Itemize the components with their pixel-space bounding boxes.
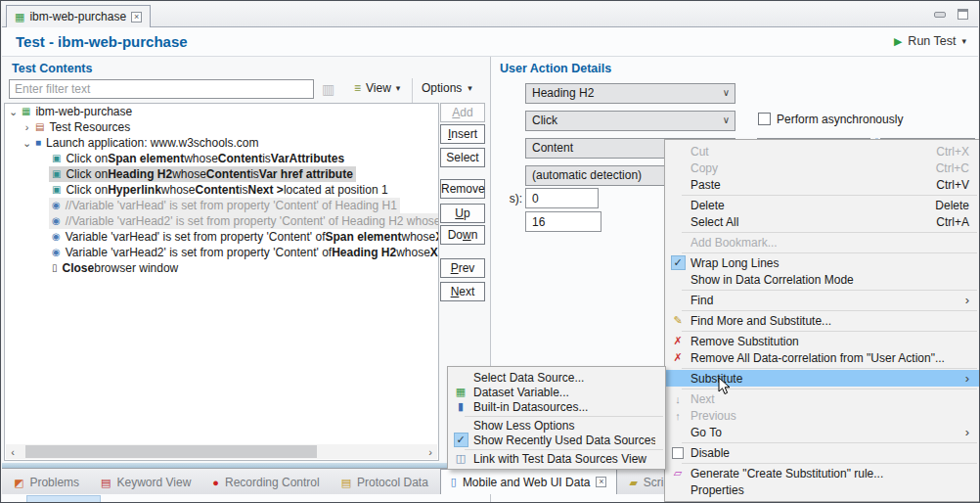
context-menu-item-paste[interactable]: PasteCtrl+V xyxy=(665,176,979,193)
test-step-body[interactable]: ▣Click on Span element whose Content is … xyxy=(49,151,347,166)
menu-item-label: Dataset Variable... xyxy=(473,386,655,399)
options-label: Options xyxy=(422,81,462,95)
remove-button[interactable]: Remove xyxy=(440,179,485,199)
maximize-icon[interactable] xyxy=(958,9,968,20)
context-menu-item-substitute[interactable]: Substitute› xyxy=(665,370,979,387)
submenu-arrow-icon: › xyxy=(965,428,969,437)
secondary-number-field[interactable] xyxy=(525,211,601,232)
submenu-item-select-data-source[interactable]: Select Data Source... xyxy=(448,370,665,385)
test-step-row[interactable]: ◉//Variable 'varHead2' is set from prope… xyxy=(5,213,438,229)
view-tab-keyword-view[interactable]: ▤Keyword View xyxy=(91,471,200,494)
context-menu-separator xyxy=(682,442,977,443)
application-icon: ■ xyxy=(35,135,41,151)
test-step-body[interactable]: ▣Click on Heading H2 whose Content is Va… xyxy=(49,166,356,182)
twisty-expanded-icon[interactable]: ⌄ xyxy=(8,104,19,119)
view-tab-protocol-data[interactable]: ▤Protocol Data xyxy=(332,471,438,494)
variable-icon: ◉ xyxy=(52,213,61,229)
run-test-dropdown-icon[interactable]: ▾ xyxy=(961,36,966,46)
test-step-row[interactable]: ›▤Test Resources xyxy=(5,119,438,135)
select-button[interactable]: Select xyxy=(440,148,485,167)
scrollbar-thumb[interactable] xyxy=(25,445,317,458)
test-step-body[interactable]: ◉Variable 'varHead' is set from property… xyxy=(49,229,439,245)
submenu-item-show-less-options[interactable]: Show Less Options xyxy=(448,418,665,433)
test-step-row[interactable]: ▣Click on Heading H2 whose Content is Va… xyxy=(5,166,438,182)
context-menu-item-wrap-long-lines[interactable]: ✓Wrap Long Lines xyxy=(665,254,979,271)
tab-close-icon[interactable]: × xyxy=(131,12,142,23)
user-action-details-header: User Action Details xyxy=(500,62,611,75)
view-tab-mobile-and-web-ui-data[interactable]: ▯Mobile and Web UI Data× xyxy=(440,469,618,494)
next-button[interactable]: Next xyxy=(440,282,485,301)
scroll-left-icon[interactable]: ‹ xyxy=(6,446,20,458)
action-select[interactable]: Click ∨ xyxy=(525,111,735,131)
previous-arrow-icon: ↑ xyxy=(675,410,681,422)
test-step-row[interactable]: ◉//Variable 'varHead' is set from proper… xyxy=(5,198,438,213)
scroll-right-icon[interactable]: › xyxy=(423,446,437,458)
test-step-row[interactable]: ◉Variable 'varHead' is set from property… xyxy=(5,229,438,245)
test-step-body[interactable]: ▤Test Resources xyxy=(32,119,133,135)
next-arrow-icon: ↓ xyxy=(675,393,681,405)
view-tab-label: Protocol Data xyxy=(357,476,428,489)
test-step-row[interactable]: ▣Click on Span element whose Content is … xyxy=(5,151,438,166)
view-menu-button[interactable]: ≡ View ▾ xyxy=(354,81,400,95)
checkbox-unchecked-icon[interactable] xyxy=(672,447,684,459)
options-menu-button[interactable]: Options ▾ xyxy=(422,81,472,95)
test-step-body[interactable]: ◉//Variable 'varHead' is set from proper… xyxy=(49,198,400,213)
down-button[interactable]: Down xyxy=(440,225,485,245)
scrollbar-track[interactable] xyxy=(20,445,423,458)
submenu-separator xyxy=(465,416,663,417)
filter-input[interactable] xyxy=(9,79,314,99)
context-menu-item-go-to[interactable]: Go To› xyxy=(665,424,979,440)
context-menu-item-delete[interactable]: DeleteDelete xyxy=(665,197,979,213)
test-step-body[interactable]: ■Launch application: www.w3schools.com xyxy=(32,135,262,151)
submenu-item-dataset-variable[interactable]: ▦Dataset Variable... xyxy=(448,385,665,399)
context-menu-item-find-more-and-substitute[interactable]: ✎Find More and Substitute... xyxy=(665,312,979,329)
test-step-row[interactable]: ▣Click on Hyperlink whose Content is Nex… xyxy=(5,182,438,198)
context-menu-item-show-in-data-correlation-mode[interactable]: Show in Data Correlation Mode xyxy=(665,271,979,288)
context-menu-item-disable[interactable]: Disable xyxy=(665,444,979,461)
minimize-icon[interactable] xyxy=(934,12,946,18)
insert-button[interactable]: Insert xyxy=(440,124,485,144)
menu-item-label: Select All xyxy=(690,215,918,229)
view-tab-recording-control[interactable]: ●Recording Control xyxy=(202,471,329,494)
tab-close-icon[interactable]: × xyxy=(596,477,606,487)
menu-item-label: Copy xyxy=(690,161,918,175)
context-menu-item-find[interactable]: Find› xyxy=(665,292,979,308)
context-menu-item-generate-create-substitution-rule[interactable]: ▱Generate "Create Substitution" rule... xyxy=(665,465,979,481)
view-icon: ≡ xyxy=(354,81,361,95)
test-step-row[interactable]: ▯Close browser window xyxy=(5,260,438,276)
perform-async-checkbox[interactable] xyxy=(758,113,771,125)
menu-item-label: Built-in Datasources... xyxy=(473,400,655,414)
twisty-collapsed-icon[interactable]: › xyxy=(22,119,32,135)
submenu-item-link-with-test-data-sources-view[interactable]: ◫Link with Test Data Sources View xyxy=(448,451,665,466)
test-step-row[interactable]: ⌄■Launch application: www.w3schools.com xyxy=(5,135,438,151)
submenu-item-show-recently-used-data-sources[interactable]: ✓Show Recently Used Data Sources xyxy=(448,433,665,447)
context-menu-item-properties[interactable]: Properties xyxy=(665,481,979,498)
prev-button[interactable]: Prev xyxy=(440,258,485,278)
test-step-row[interactable]: ◉Variable 'varHead2' is set from propert… xyxy=(5,245,438,260)
test-step-body[interactable]: ◉Variable 'varHead2' is set from propert… xyxy=(49,245,439,260)
timeout-field[interactable] xyxy=(525,188,599,208)
twisty-expanded-icon[interactable]: ⌄ xyxy=(22,135,32,151)
submenu-item-built-in-datasources[interactable]: ▮Built-in Datasources... xyxy=(448,399,665,414)
test-step-body[interactable]: ▣Click on Hyperlink whose Content is Nex… xyxy=(49,182,391,198)
context-menu-item-select-all[interactable]: Select AllCtrl+A xyxy=(665,213,979,230)
options-caret-icon: ▾ xyxy=(468,83,472,93)
run-test-button[interactable]: ▶ Run Test ▾ xyxy=(894,34,966,48)
h-scrollbar[interactable]: ‹ › xyxy=(6,444,437,459)
test-suite-icon: ▦ xyxy=(22,104,30,119)
context-menu-item-next: ↓Next xyxy=(665,390,979,407)
editor-tab-ibm-web-purchase[interactable]: ▦ ibm-web-purchase × xyxy=(6,5,151,27)
context-menu-item-remove-substitution[interactable]: ✗Remove Substitution xyxy=(665,333,979,349)
protocol-data-icon: ▤ xyxy=(341,477,351,489)
menu-shortcut: Delete xyxy=(935,199,969,212)
context-menu-item-remove-all-data-correlation-from-user-action[interactable]: ✗Remove All Data-correlation from "User … xyxy=(665,349,979,366)
up-button[interactable]: Up xyxy=(440,204,485,223)
object-select[interactable]: Heading H2 ∨ xyxy=(525,83,735,104)
test-step-body[interactable]: ◉//Variable 'varHead2' is set from prope… xyxy=(49,213,439,229)
view-tab-problems[interactable]: ◩Problems xyxy=(4,471,89,494)
add-button[interactable]: Add xyxy=(440,103,485,122)
test-step-row[interactable]: ⌄▦ibm-web-purchase xyxy=(5,104,438,119)
test-step-body[interactable]: ▦ibm-web-purchase xyxy=(19,104,135,119)
test-step-body[interactable]: ▯Close browser window xyxy=(49,260,181,276)
editor-tab-bar: ▦ ibm-web-purchase × xyxy=(2,2,978,27)
